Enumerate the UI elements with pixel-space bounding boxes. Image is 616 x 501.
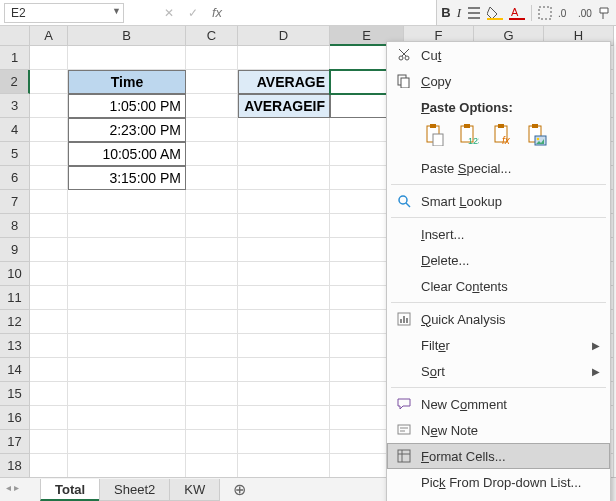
cell-D4[interactable] [238,118,330,142]
cell-D18[interactable] [238,454,330,478]
row-header-5[interactable]: 5 [0,142,30,166]
name-box[interactable]: E2 ▼ [4,3,124,23]
cell-A8[interactable] [30,214,68,238]
paste-picture-icon[interactable] [523,121,551,149]
cell-A13[interactable] [30,334,68,358]
cell-C1[interactable] [186,46,238,70]
cell-A17[interactable] [30,430,68,454]
cell-B10[interactable] [68,262,186,286]
cell-D14[interactable] [238,358,330,382]
cell-A9[interactable] [30,238,68,262]
paste-icon[interactable] [421,121,449,149]
tab-nav[interactable]: ◂ ▸ [6,482,19,493]
cell-D17[interactable] [238,430,330,454]
cell-C17[interactable] [186,430,238,454]
cell-D3[interactable]: AVERAGEIF [238,94,330,118]
row-header-17[interactable]: 17 [0,430,30,454]
cell-B18[interactable] [68,454,186,478]
cell-A6[interactable] [30,166,68,190]
ctx-format-cells[interactable]: Format Cells... [387,443,610,469]
cell-A11[interactable] [30,286,68,310]
cell-D8[interactable] [238,214,330,238]
row-header-6[interactable]: 6 [0,166,30,190]
cell-C8[interactable] [186,214,238,238]
ctx-define-name[interactable]: Define Name... [387,495,610,501]
cell-D7[interactable] [238,190,330,214]
ctx-pick-from-list[interactable]: Pick From Drop-down List... [387,469,610,495]
cell-A7[interactable] [30,190,68,214]
cell-A12[interactable] [30,310,68,334]
cell-B2[interactable]: Time [68,70,186,94]
ctx-delete[interactable]: Delete... [387,247,610,273]
cell-D10[interactable] [238,262,330,286]
ctx-sort[interactable]: Sort ▶ [387,358,610,384]
cell-B17[interactable] [68,430,186,454]
cell-B16[interactable] [68,406,186,430]
cell-D1[interactable] [238,46,330,70]
ctx-quick-analysis[interactable]: Quick Analysis [387,306,610,332]
row-header-14[interactable]: 14 [0,358,30,382]
cell-D12[interactable] [238,310,330,334]
cell-A10[interactable] [30,262,68,286]
cell-A14[interactable] [30,358,68,382]
borders-icon[interactable] [538,6,552,20]
cell-B5[interactable]: 10:05:00 AM [68,142,186,166]
cell-C13[interactable] [186,334,238,358]
row-header-4[interactable]: 4 [0,118,30,142]
row-header-15[interactable]: 15 [0,382,30,406]
ctx-clear-contents[interactable]: Clear Contents [387,273,610,299]
cell-B4[interactable]: 2:23:00 PM [68,118,186,142]
cell-C5[interactable] [186,142,238,166]
sheet-tab-total[interactable]: Total [40,479,100,501]
col-header-B[interactable]: B [68,26,186,46]
row-header-18[interactable]: 18 [0,454,30,478]
ctx-cut[interactable]: Cut [387,42,610,68]
chevron-down-icon[interactable]: ▼ [112,6,121,16]
italic-button[interactable]: I [457,5,461,21]
format-painter-icon[interactable] [598,6,612,20]
cell-C11[interactable] [186,286,238,310]
cell-D9[interactable] [238,238,330,262]
row-header-7[interactable]: 7 [0,190,30,214]
cell-C9[interactable] [186,238,238,262]
cell-D13[interactable] [238,334,330,358]
row-header-8[interactable]: 8 [0,214,30,238]
align-icon[interactable] [467,6,481,20]
fx-icon[interactable]: fx [212,5,222,20]
cell-B7[interactable] [68,190,186,214]
cell-A2[interactable] [30,70,68,94]
cell-A3[interactable] [30,94,68,118]
row-header-1[interactable]: 1 [0,46,30,70]
cell-A16[interactable] [30,406,68,430]
cell-B3[interactable]: 1:05:00 PM [68,94,186,118]
cell-C4[interactable] [186,118,238,142]
bold-button[interactable]: B [441,5,450,20]
ctx-filter[interactable]: Filter ▶ [387,332,610,358]
decimal-dec-icon[interactable]: .0 [558,6,572,20]
cell-B14[interactable] [68,358,186,382]
paste-values-icon[interactable]: 123 [455,121,483,149]
cell-A4[interactable] [30,118,68,142]
paste-formulas-icon[interactable]: fx [489,121,517,149]
col-header-D[interactable]: D [238,26,330,46]
cell-A1[interactable] [30,46,68,70]
cell-C7[interactable] [186,190,238,214]
row-header-12[interactable]: 12 [0,310,30,334]
ctx-new-note[interactable]: New Note [387,417,610,443]
cell-D16[interactable] [238,406,330,430]
row-header-16[interactable]: 16 [0,406,30,430]
font-color-icon[interactable]: A [509,6,525,20]
cell-C16[interactable] [186,406,238,430]
row-header-2[interactable]: 2 [0,70,30,94]
cell-B8[interactable] [68,214,186,238]
sheet-tab-kw[interactable]: KW [169,479,220,501]
cell-C10[interactable] [186,262,238,286]
cell-B13[interactable] [68,334,186,358]
row-header-10[interactable]: 10 [0,262,30,286]
cell-D2[interactable]: AVERAGE [238,70,330,94]
sheet-tab-sheet2[interactable]: Sheet2 [99,479,170,501]
cell-A18[interactable] [30,454,68,478]
row-header-3[interactable]: 3 [0,94,30,118]
ctx-new-comment[interactable]: New Comment [387,391,610,417]
cell-B12[interactable] [68,310,186,334]
